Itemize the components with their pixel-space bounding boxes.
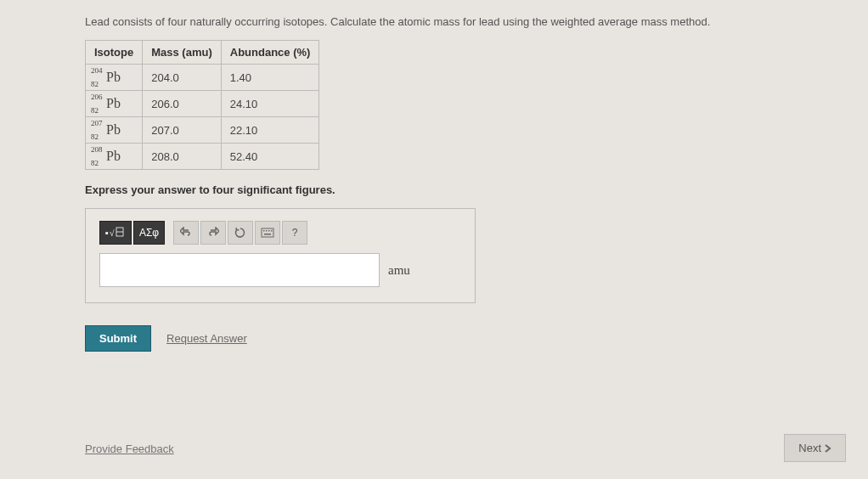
instruction-text: Express your answer to four significant … xyxy=(85,183,783,196)
keyboard-button[interactable] xyxy=(255,221,280,245)
unit-label: amu xyxy=(388,263,410,278)
redo-icon xyxy=(207,227,219,239)
col-isotope: Isotope xyxy=(86,41,143,65)
chevron-right-icon xyxy=(825,444,831,453)
greek-button[interactable]: ΑΣφ xyxy=(133,221,165,245)
table-row: 20682Pb206.024.10 xyxy=(86,91,319,117)
undo-button[interactable] xyxy=(173,221,199,245)
template-button[interactable]: ▪ √ xyxy=(99,221,132,245)
undo-icon xyxy=(180,227,192,239)
svg-rect-3 xyxy=(262,228,273,237)
keyboard-icon xyxy=(261,228,274,238)
svg-text:√: √ xyxy=(110,228,115,238)
isotope-cell: 20682Pb xyxy=(86,91,143,117)
abundance-cell: 22.10 xyxy=(221,117,319,144)
col-abundance: Abundance (%) xyxy=(221,41,319,65)
mass-cell: 206.0 xyxy=(143,91,222,117)
table-row: 20882Pb208.052.40 xyxy=(86,144,319,170)
request-answer-link[interactable]: Request Answer xyxy=(166,332,247,345)
question-text: Lead consists of four naturally occurrin… xyxy=(85,15,783,28)
col-mass: Mass (amu) xyxy=(143,41,222,65)
help-button[interactable]: ? xyxy=(282,221,307,245)
isotope-table: Isotope Mass (amu) Abundance (%) 20482Pb… xyxy=(85,40,319,170)
mass-cell: 204.0 xyxy=(143,65,222,91)
svg-rect-4 xyxy=(263,230,265,232)
svg-rect-8 xyxy=(264,234,271,235)
reset-icon xyxy=(234,227,246,239)
formatting-toolbar: ▪ √ ΑΣφ ? xyxy=(99,221,461,245)
mass-cell: 208.0 xyxy=(143,144,222,170)
abundance-cell: 52.40 xyxy=(221,144,319,170)
redo-button[interactable] xyxy=(200,221,226,245)
svg-rect-5 xyxy=(266,230,268,232)
mass-cell: 207.0 xyxy=(143,117,222,144)
reset-button[interactable] xyxy=(228,221,253,245)
table-row: 20482Pb204.01.40 xyxy=(86,65,319,91)
isotope-cell: 20882Pb xyxy=(86,144,143,170)
answer-box: ▪ √ ΑΣφ ? amu xyxy=(85,208,476,303)
next-label: Next xyxy=(798,442,821,454)
abundance-cell: 24.10 xyxy=(221,91,319,117)
svg-rect-6 xyxy=(268,230,270,232)
next-button[interactable]: Next xyxy=(784,434,846,462)
isotope-cell: 20482Pb xyxy=(86,65,143,91)
isotope-cell: 20782Pb xyxy=(86,117,143,144)
provide-feedback-link[interactable]: Provide Feedback xyxy=(85,442,174,455)
table-row: 20782Pb207.022.10 xyxy=(86,117,319,144)
submit-button[interactable]: Submit xyxy=(85,325,151,352)
svg-rect-7 xyxy=(271,230,273,232)
answer-input[interactable] xyxy=(99,253,380,287)
abundance-cell: 1.40 xyxy=(221,65,319,91)
